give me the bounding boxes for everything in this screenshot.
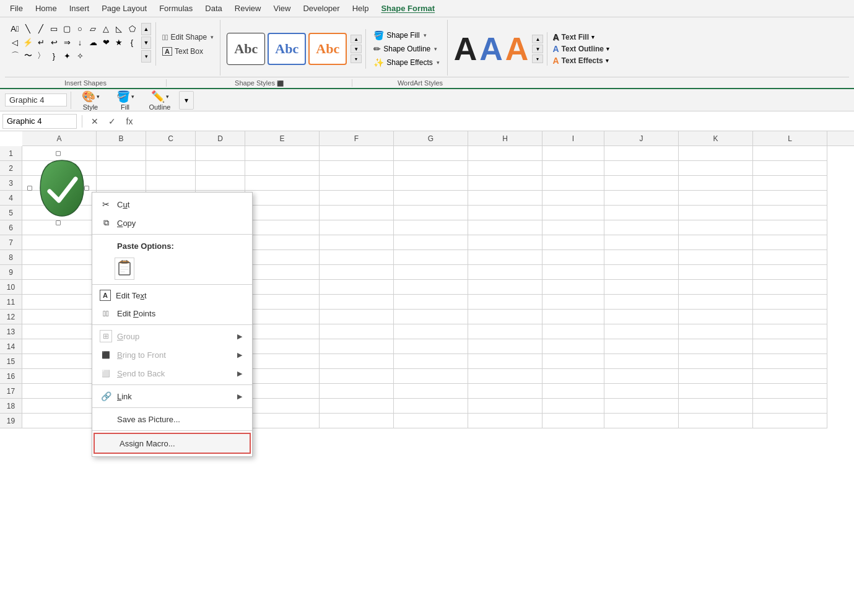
shape-rect[interactable]: ▭: [48, 22, 60, 35]
row-num-12[interactable]: 12: [0, 310, 22, 324]
ctx-save-as-picture[interactable]: Save as Picture...: [92, 410, 252, 428]
cancel-btn[interactable]: ✕: [87, 114, 102, 129]
shape-round-rect[interactable]: ▢: [61, 22, 73, 35]
shape-arrow-l[interactable]: ◁: [9, 36, 21, 48]
row-num-15[interactable]: 15: [0, 354, 22, 369]
shape-arrow5[interactable]: ↓: [74, 36, 86, 48]
col-header-j[interactable]: J: [604, 131, 679, 145]
text-box-btn[interactable]: A Text Box: [160, 46, 216, 57]
shape-blob[interactable]: ☁: [87, 36, 99, 48]
menu-home[interactable]: Home: [30, 2, 62, 14]
col-header-e[interactable]: E: [245, 131, 320, 145]
shape-star2[interactable]: ✦: [61, 50, 73, 62]
row-num-4[interactable]: 4: [0, 191, 22, 206]
row-num-3[interactable]: 3: [0, 176, 22, 191]
shape-styles-up[interactable]: ▲: [351, 35, 362, 43]
fill-btn[interactable]: 🪣 ▾ Fill: [110, 89, 141, 112]
row-num-11[interactable]: 11: [0, 295, 22, 310]
cell-c1[interactable]: [146, 146, 196, 161]
wordart-black[interactable]: A: [454, 33, 477, 65]
shape-star[interactable]: ★: [113, 36, 125, 48]
wordart-scroll-more[interactable]: ▾: [532, 54, 543, 63]
shape-fill-btn[interactable]: 🪣 Shape Fill ▾: [371, 29, 442, 41]
shape-brace[interactable]: {: [126, 36, 138, 48]
cell-f1[interactable]: [320, 146, 394, 161]
row-num-2[interactable]: 2: [0, 161, 22, 176]
ctx-link[interactable]: 🔗 Link ▶: [92, 387, 252, 406]
shape-arrow2[interactable]: ↵: [35, 36, 47, 48]
menu-review[interactable]: Review: [230, 2, 266, 14]
ctx-cut[interactable]: ✂ Cut: [92, 195, 252, 214]
cell-l1[interactable]: [753, 146, 827, 161]
handle-mid-left[interactable]: [27, 186, 32, 191]
shape-outline-btn[interactable]: ✏ Shape Outline ▾: [371, 43, 442, 55]
col-header-a[interactable]: A: [22, 131, 97, 145]
shape-rtriangle[interactable]: ◺: [113, 22, 125, 35]
handle-bottom-center[interactable]: [56, 220, 61, 225]
style-btn[interactable]: 🎨 ▾ Style: [75, 89, 106, 112]
shape-style-2[interactable]: Abc: [268, 33, 306, 65]
col-header-l[interactable]: L: [753, 131, 827, 145]
ctx-group[interactable]: ⊞ Group ▶: [92, 327, 252, 345]
shape-oval[interactable]: ○: [74, 22, 86, 35]
shape-styles-down[interactable]: ▼: [351, 45, 362, 53]
formula-input[interactable]: [139, 116, 852, 126]
shape-effects-btn[interactable]: ✨ Shape Effects ▾: [371, 56, 442, 69]
shape-style-3[interactable]: Abc: [308, 33, 347, 65]
shape-parallelogram[interactable]: ▱: [87, 22, 99, 35]
row-num-5[interactable]: 5: [0, 206, 22, 220]
ctx-edit-text[interactable]: A Edit Text: [92, 287, 252, 304]
shape-arrow3[interactable]: ↩: [48, 36, 60, 48]
shape-triangle[interactable]: △: [100, 22, 112, 35]
ctx-copy[interactable]: ⧉ Copy: [92, 214, 252, 232]
cell-e1[interactable]: [245, 146, 320, 161]
shape-wave[interactable]: 〜: [22, 50, 34, 62]
shape-star3[interactable]: ✧: [74, 50, 86, 62]
wordart-scroll-up[interactable]: ▲: [532, 35, 543, 43]
toolbar-more-btn[interactable]: ▾: [179, 91, 194, 110]
col-header-i[interactable]: I: [542, 131, 604, 145]
shapes-scroll-down[interactable]: ▼: [141, 37, 151, 49]
row-num-10[interactable]: 10: [0, 280, 22, 295]
shape-pentagon[interactable]: ⬠: [126, 22, 138, 35]
wordart-blue[interactable]: A: [479, 33, 503, 65]
shape-curly2[interactable]: }: [48, 50, 60, 62]
shape-line1[interactable]: ╲: [22, 22, 34, 35]
shape-curly[interactable]: 〉: [35, 50, 47, 62]
cell-b1[interactable]: [97, 146, 146, 161]
cell-h1[interactable]: [468, 146, 542, 161]
row-num-9[interactable]: 9: [0, 265, 22, 280]
col-header-d[interactable]: D: [196, 131, 245, 145]
row-num-13[interactable]: 13: [0, 324, 22, 339]
cell-d1[interactable]: [196, 146, 245, 161]
ctx-edit-points[interactable]: ✎⃞ Edit Points: [92, 304, 252, 323]
row-num-1[interactable]: 1: [0, 146, 22, 161]
shape-line2[interactable]: ╱: [35, 22, 47, 35]
col-header-k[interactable]: K: [679, 131, 753, 145]
ctx-assign-macro[interactable]: Assign Macro...: [94, 433, 251, 454]
col-header-f[interactable]: F: [320, 131, 394, 145]
fx-btn[interactable]: fx: [122, 114, 137, 129]
shapes-scroll-more[interactable]: ▾: [141, 50, 151, 63]
outline-btn[interactable]: ✏️ ▾ Outline: [144, 89, 175, 112]
wordart-orange[interactable]: A: [505, 33, 529, 65]
paste-icon-btn[interactable]: [115, 258, 134, 280]
cell-g1[interactable]: [394, 146, 468, 161]
shape-heart[interactable]: ❤: [100, 36, 112, 48]
menu-help[interactable]: Help: [347, 2, 374, 14]
shape-lightning[interactable]: ⚡: [22, 36, 34, 48]
shapes-scroll-up[interactable]: ▲: [141, 23, 151, 35]
row-num-8[interactable]: 8: [0, 250, 22, 265]
name-box[interactable]: Graphic 4: [2, 114, 77, 129]
row-num-16[interactable]: 16: [0, 369, 22, 384]
handle-top-center[interactable]: [56, 151, 61, 156]
row-num-6[interactable]: 6: [0, 220, 22, 235]
cell-i1[interactable]: [542, 146, 604, 161]
menu-view[interactable]: View: [268, 2, 295, 14]
shape-curve[interactable]: ⌒: [9, 50, 21, 62]
col-header-h[interactable]: H: [468, 131, 542, 145]
col-header-g[interactable]: G: [394, 131, 468, 145]
ctx-bring-to-front[interactable]: ⬛ Bring to Front ▶: [92, 345, 252, 364]
edit-shape-btn[interactable]: ✎⃞ Edit Shape ▾: [160, 32, 216, 43]
ctx-send-to-back[interactable]: ⬜ Send to Back ▶: [92, 364, 252, 383]
